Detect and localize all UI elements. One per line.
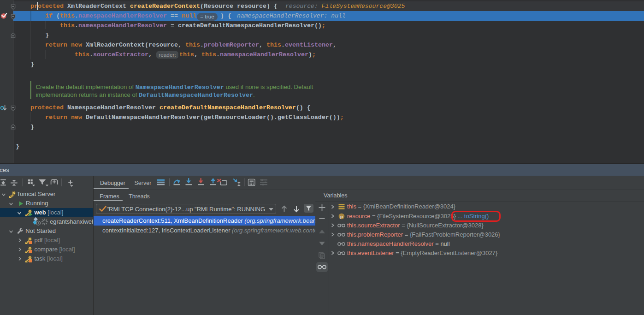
svg-text:p: p bbox=[340, 214, 343, 219]
